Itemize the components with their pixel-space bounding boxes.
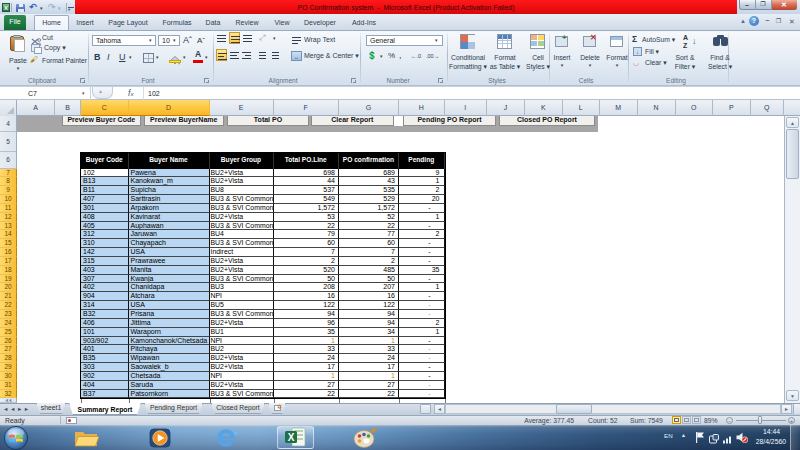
svg-text:X: X xyxy=(288,432,295,443)
